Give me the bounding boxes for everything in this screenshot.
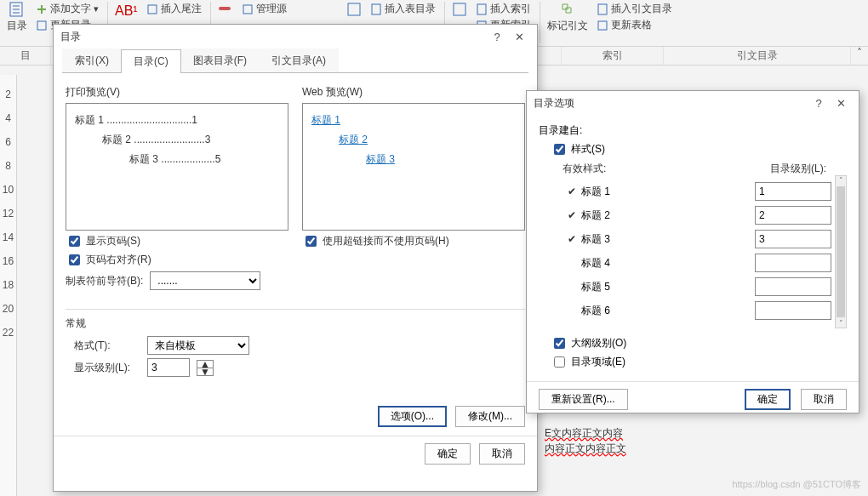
web-link-3[interactable]: 标题 3 xyxy=(366,153,395,165)
toc-options-dialog: 目录选项 ? ✕ 目录建自: 样式(S) 有效样式:目录级别(L): ✔标题 1… xyxy=(526,90,859,413)
scrollbar[interactable]: ˄ ˅ xyxy=(835,175,847,328)
level-input[interactable] xyxy=(755,254,831,272)
spinner-down-icon[interactable]: ▼ xyxy=(197,368,213,375)
leader-label: 制表符前导符(B): xyxy=(66,274,143,288)
tab-toc[interactable]: 目录(C) xyxy=(121,49,181,73)
tab-fig[interactable]: 图表目录(F) xyxy=(180,48,260,72)
style-row: ✔标题 3 xyxy=(562,227,831,251)
ok-button[interactable]: 确定 xyxy=(425,443,471,465)
footnote-ab-button[interactable]: AB¹ xyxy=(115,2,138,19)
format-select[interactable]: 来自模板 xyxy=(147,336,249,355)
modify-button[interactable]: 修改(M)... xyxy=(455,406,525,427)
svg-rect-6 xyxy=(219,7,231,10)
document-text: E文内容正文内容 内容正文内容正文 xyxy=(545,425,626,456)
svg-rect-9 xyxy=(372,4,380,14)
levels-spinner[interactable] xyxy=(147,358,190,377)
minus-icon xyxy=(218,2,233,17)
toc-level-label: 目录级别(L): xyxy=(770,162,826,176)
web-preview-label: Web 预览(W) xyxy=(302,85,525,100)
svg-rect-8 xyxy=(348,3,360,15)
format-label: 格式(T): xyxy=(74,339,140,353)
svg-rect-14 xyxy=(598,21,607,30)
level-input[interactable] xyxy=(755,301,831,320)
outline-level-checkbox[interactable]: 大纲级别(O) xyxy=(551,335,847,351)
use-hyperlink-checkbox[interactable]: 使用超链接而不使用页码(H) xyxy=(302,233,525,249)
separator xyxy=(540,2,540,43)
level-input[interactable] xyxy=(755,182,831,201)
insert-index-button[interactable]: 插入索引 xyxy=(476,2,531,16)
help-icon[interactable]: ? xyxy=(486,31,508,43)
insert-cite-toc-button[interactable]: 插入引文目录 xyxy=(597,2,672,16)
dialog-titlebar: 目录选项 ? ✕ xyxy=(527,91,859,115)
style-row: 标题 4 xyxy=(562,251,831,275)
level-input[interactable] xyxy=(755,277,831,296)
leader-select[interactable]: ....... xyxy=(150,271,260,290)
svg-rect-13 xyxy=(598,4,607,14)
svg-rect-10 xyxy=(454,3,465,15)
print-preview: 标题 1 ..............................1 标题 … xyxy=(66,103,288,231)
mark-entry-button[interactable] xyxy=(452,2,467,17)
svg-rect-4 xyxy=(37,21,46,30)
mark-cite-icon xyxy=(560,2,575,17)
web-link-1[interactable]: 标题 1 xyxy=(311,114,340,126)
svg-rect-7 xyxy=(243,5,252,14)
insert-endnote-button[interactable]: 插入尾注 xyxy=(146,2,202,16)
dialog-tabs: 索引(X) 目录(C) 图表目录(F) 引文目录(A) xyxy=(62,48,528,73)
web-preview: 标题 1 标题 2 标题 3 xyxy=(302,103,525,231)
doc-icon xyxy=(370,3,382,15)
caption-icon xyxy=(346,2,362,17)
toc-dialog: 目录 ? ✕ 索引(X) 目录(C) 图表目录(F) 引文目录(A) 打印预览(… xyxy=(53,24,538,492)
tab-cite[interactable]: 引文目录(A) xyxy=(259,48,339,72)
mark-citation-button[interactable]: 标记引文 xyxy=(547,2,588,33)
level-input[interactable] xyxy=(755,230,831,248)
scroll-thumb[interactable] xyxy=(837,186,845,317)
style-row: ✔标题 2 xyxy=(562,203,831,227)
toc-field-checkbox[interactable]: 目录项域(E) xyxy=(551,354,847,370)
doc-icon xyxy=(476,3,488,15)
web-link-2[interactable]: 标题 2 xyxy=(339,134,368,145)
group-index: 索引 xyxy=(562,47,664,65)
help-icon[interactable]: ? xyxy=(808,97,830,110)
manage-source-button[interactable]: 管理源 xyxy=(242,2,287,16)
right-align-checkbox[interactable]: 页码右对齐(R) xyxy=(66,252,288,268)
manage-icon xyxy=(242,3,254,15)
close-icon[interactable]: ✕ xyxy=(830,97,852,110)
dialog-titlebar: 目录 ? ✕ xyxy=(54,25,537,48)
reset-button[interactable]: 重新设置(R)... xyxy=(539,389,628,410)
scroll-down-icon[interactable]: ˅ xyxy=(839,319,843,328)
vertical-ruler: 246810121416182022 xyxy=(0,75,17,496)
levels-label: 显示级别(L): xyxy=(74,361,140,375)
style-row: 标题 5 xyxy=(562,275,831,299)
toc-gallery-button[interactable]: 目录 xyxy=(7,2,27,33)
refresh-icon xyxy=(597,20,608,31)
insert-fig-toc-button[interactable]: 插入表目录 xyxy=(370,2,436,16)
watermark: https://blog.csdn @51CTO博客 xyxy=(732,478,861,491)
toc-icon xyxy=(9,2,25,17)
plus-icon xyxy=(36,3,48,15)
citation-button[interactable] xyxy=(218,2,233,17)
cancel-button[interactable]: 取消 xyxy=(479,443,525,465)
styles-checkbox[interactable]: 样式(S) xyxy=(551,141,847,157)
collapse-ribbon-icon[interactable]: ˄ xyxy=(851,47,868,65)
dialog-title: 目录 xyxy=(60,30,81,44)
dialog-title: 目录选项 xyxy=(534,96,574,111)
print-preview-label: 打印预览(V) xyxy=(66,85,288,100)
scroll-up-icon[interactable]: ˄ xyxy=(839,176,843,185)
doc-icon xyxy=(597,3,608,15)
show-pagenum-checkbox[interactable]: 显示页码(S) xyxy=(66,233,288,249)
cancel-button[interactable]: 取消 xyxy=(801,389,847,410)
close-icon[interactable]: ✕ xyxy=(508,31,530,43)
insert-caption-button[interactable] xyxy=(346,2,362,17)
build-from-label: 目录建自: xyxy=(539,123,847,138)
ok-button[interactable]: 确定 xyxy=(745,389,791,410)
endnote-icon xyxy=(146,3,158,15)
group-cite: 引文目录 xyxy=(664,47,851,65)
general-label: 常规 xyxy=(66,316,525,331)
add-text-button[interactable]: 添加文字 ▾ xyxy=(36,2,99,16)
update-table-button[interactable]: 更新表格 xyxy=(597,18,672,32)
tab-index[interactable]: 索引(X) xyxy=(62,48,122,72)
style-row: ✔标题 1 xyxy=(562,180,831,203)
level-input[interactable] xyxy=(755,206,831,225)
options-button[interactable]: 选项(O)... xyxy=(378,406,447,427)
toc-label: 目录 xyxy=(7,19,27,33)
